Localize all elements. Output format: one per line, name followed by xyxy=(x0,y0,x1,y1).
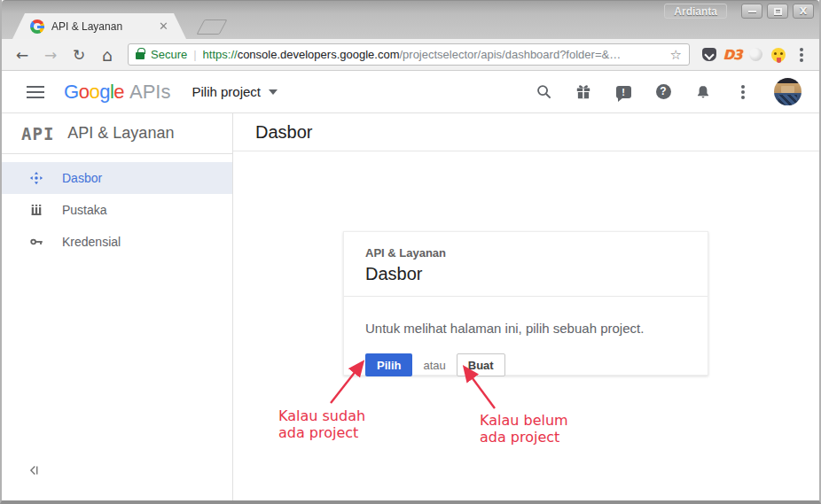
card-message: Untuk melihat halaman ini, pilih sebuah … xyxy=(365,321,686,336)
google-logo-word: Google xyxy=(64,81,124,104)
browser-tab[interactable]: API & Layanan ✕ xyxy=(12,13,186,39)
pocket-extension-icon[interactable] xyxy=(700,46,718,64)
browser-toolbar: ← → ↻ ⌂ Secure | https://console.develop… xyxy=(2,39,819,71)
google-favicon-icon xyxy=(30,19,44,34)
sidebar-item-label: Kredensial xyxy=(62,235,121,249)
emoji-extension-icon[interactable] xyxy=(770,46,787,64)
dashboard-icon xyxy=(28,170,44,186)
google-apis-logo: Google APIs xyxy=(64,81,170,104)
annotation-right: Kalau belum ada project xyxy=(480,412,568,446)
chrome-menu-icon[interactable] xyxy=(800,53,803,57)
window-titlebar: Ardianta X API & Layanan ✕ xyxy=(2,0,819,39)
url-host: console.developers.google.com xyxy=(238,48,400,61)
avatar[interactable] xyxy=(774,78,801,105)
forward-icon[interactable]: → xyxy=(39,46,62,64)
chevron-down-icon xyxy=(269,89,278,95)
address-bar[interactable]: Secure | https://console.developers.goog… xyxy=(128,43,690,66)
new-tab-button[interactable] xyxy=(196,19,227,35)
sidebar-item-label: Dasbor xyxy=(62,171,102,185)
console-more-icon[interactable] xyxy=(741,90,745,94)
sidebar-item-label: Pustaka xyxy=(62,203,107,217)
hamburger-menu-icon[interactable] xyxy=(27,91,44,93)
browser-window: Ardianta X API & Layanan ✕ ← → ↻ ⌂ Secur… xyxy=(0,0,821,504)
library-icon xyxy=(28,202,44,218)
secure-label[interactable]: Secure xyxy=(151,48,187,61)
api-logo: API xyxy=(21,124,54,143)
console-header: Google APIs Pilih project xyxy=(2,71,819,113)
minimize-button[interactable] xyxy=(741,4,762,19)
annotation-right-line1: Kalau belum xyxy=(480,412,568,429)
minimize-icon xyxy=(748,11,756,12)
pocket-icon xyxy=(702,48,716,61)
card-eyebrow: API & Layanan xyxy=(365,246,686,260)
back-icon[interactable]: ← xyxy=(11,46,34,64)
key-icon xyxy=(28,234,44,250)
annotation-right-line2: ada project xyxy=(480,429,568,446)
card-body: Untuk melihat halaman ini, pilih sebuah … xyxy=(344,297,708,376)
url-separator: | xyxy=(193,48,196,61)
url-text[interactable]: https://console.developers.google.com/pr… xyxy=(203,48,664,61)
secure-lock-icon[interactable] xyxy=(136,52,145,59)
sidebar: API API & Layanan Dasbor Pustaka Kredens… xyxy=(2,113,233,500)
conjunction-label: atau xyxy=(423,359,445,372)
main-content: Dasbor API & Layanan Dasbor Untuk meliha… xyxy=(233,113,819,500)
collapse-sidebar-icon[interactable] xyxy=(27,463,41,481)
wink-emoji-icon xyxy=(771,48,786,62)
tab-title: API & Layanan xyxy=(51,20,152,33)
url-path: /projectselector/apis/dashboard?folder=&… xyxy=(399,48,621,61)
notifications-bell-icon[interactable] xyxy=(694,83,712,101)
url-scheme: https:// xyxy=(203,48,238,61)
card-title: Dasbor xyxy=(365,264,686,284)
annotation-left-line1: Kalau sudah xyxy=(278,407,365,424)
feedback-icon[interactable] xyxy=(614,83,632,101)
page-title-band: Dasbor xyxy=(233,113,819,151)
sidebar-item-pustaka[interactable]: Pustaka xyxy=(2,194,232,226)
gray-sphere-icon xyxy=(749,48,762,61)
card-header: API & Layanan Dasbor xyxy=(344,232,708,297)
sidebar-title: API & Layanan xyxy=(67,124,174,143)
exclamation-bubble-icon xyxy=(616,86,631,98)
annotation-left-line2: ada project xyxy=(278,424,365,441)
maximize-icon xyxy=(774,8,782,15)
sidebar-nav: Dasbor Pustaka Kredensial xyxy=(2,154,232,258)
sidebar-item-dasbor[interactable]: Dasbor xyxy=(2,162,232,194)
maximize-button[interactable] xyxy=(767,4,788,19)
question-circle-icon xyxy=(656,84,671,99)
tab-close-icon[interactable]: ✕ xyxy=(159,19,168,33)
buat-button[interactable]: Buat xyxy=(457,353,505,376)
disabled-extension-icon[interactable] xyxy=(747,46,764,64)
window-title: Ardianta xyxy=(664,4,727,19)
sidebar-header: API API & Layanan xyxy=(2,113,232,154)
search-icon[interactable] xyxy=(535,83,552,101)
pilih-button[interactable]: Pilih xyxy=(365,353,412,376)
help-icon[interactable] xyxy=(654,83,672,101)
reload-icon[interactable]: ↻ xyxy=(67,46,90,64)
gift-icon[interactable] xyxy=(575,83,592,101)
close-window-button[interactable]: X xyxy=(793,4,814,19)
home-icon[interactable]: ⌂ xyxy=(96,45,119,65)
page-title: Dasbor xyxy=(255,122,312,143)
project-card: API & Layanan Dasbor Untuk melihat halam… xyxy=(343,231,708,376)
bookmark-star-icon[interactable]: ☆ xyxy=(670,47,682,63)
sidebar-item-kredensial[interactable]: Kredensial xyxy=(2,226,232,258)
annotation-left: Kalau sudah ada project xyxy=(278,407,365,441)
project-selector-label: Pilih project xyxy=(192,84,261,99)
d3-extension-icon[interactable]: D3 xyxy=(723,46,741,64)
logo-suffix: APIs xyxy=(129,81,170,104)
project-selector[interactable]: Pilih project xyxy=(192,84,278,99)
close-icon: X xyxy=(800,5,807,17)
